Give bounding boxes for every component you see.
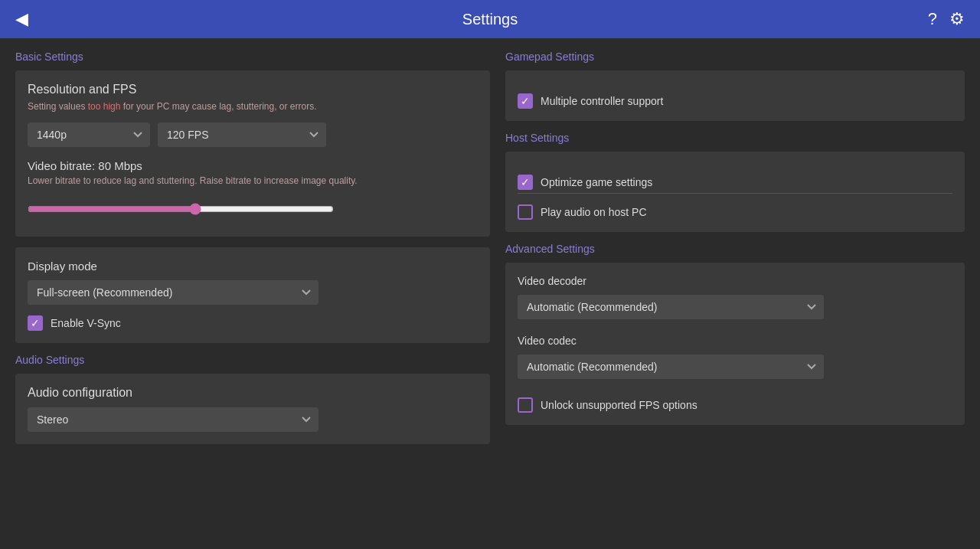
video-decoder-select[interactable]: Automatic (Recommended) Hardware Softwar… bbox=[518, 295, 824, 319]
audio-config-label: Audio configuration bbox=[28, 386, 478, 400]
bitrate-label: Video bitrate: 80 Mbps bbox=[28, 159, 478, 172]
multiple-controller-checkmark: ✓ bbox=[521, 96, 530, 106]
play-audio-label: Play audio on host PC bbox=[541, 206, 647, 218]
video-codec-label: Video codec bbox=[518, 335, 952, 347]
basic-settings-label: Basic Settings bbox=[15, 51, 490, 63]
back-icon: ◀ bbox=[15, 9, 28, 29]
multiple-controller-checkbox[interactable]: ✓ bbox=[518, 93, 533, 109]
left-column: Basic Settings Resolution and FPS Settin… bbox=[15, 51, 490, 537]
host-card: ✓ Optimize game settings Play audio on h… bbox=[505, 152, 965, 232]
optimize-game-row: ✓ Optimize game settings bbox=[518, 175, 952, 190]
multiple-controller-label: Multiple controller support bbox=[541, 95, 663, 107]
host-settings-label: Host Settings bbox=[505, 132, 965, 144]
gear-icon[interactable]: ⚙ bbox=[949, 9, 965, 29]
slider-container bbox=[28, 197, 478, 224]
header-title: Settings bbox=[462, 11, 518, 28]
video-decoder-label: Video decoder bbox=[518, 275, 952, 287]
advanced-card: Video decoder Automatic (Recommended) Ha… bbox=[505, 263, 965, 425]
multiple-controller-row: ✓ Multiple controller support bbox=[518, 93, 952, 109]
host-card-divider bbox=[518, 193, 952, 194]
vsync-checkmark: ✓ bbox=[31, 318, 40, 328]
vsync-checkbox[interactable]: ✓ bbox=[28, 315, 43, 331]
header-icons: ? ⚙ bbox=[928, 9, 965, 29]
optimize-game-checkbox[interactable]: ✓ bbox=[518, 175, 533, 190]
display-mode-card: Display mode Full-screen (Recommended) W… bbox=[15, 247, 490, 343]
display-mode-select[interactable]: Full-screen (Recommended) Windowed Borde… bbox=[28, 280, 318, 305]
resolution-select[interactable]: 1440p 1080p 720p 480p bbox=[28, 123, 150, 147]
play-audio-checkbox[interactable] bbox=[518, 204, 533, 220]
main-content: Basic Settings Resolution and FPS Settin… bbox=[0, 38, 980, 549]
unlock-fps-checkbox[interactable] bbox=[518, 397, 533, 413]
unlock-fps-row: Unlock unsupported FPS options bbox=[518, 397, 952, 413]
right-column: Gamepad Settings ✓ Multiple controller s… bbox=[505, 51, 965, 537]
gamepad-settings-label: Gamepad Settings bbox=[505, 51, 965, 63]
unlock-fps-label: Unlock unsupported FPS options bbox=[541, 399, 697, 411]
selects-row: 1440p 1080p 720p 480p 120 FPS 60 FPS 30 … bbox=[28, 123, 478, 147]
advanced-settings-label: Advanced Settings bbox=[505, 243, 965, 255]
help-icon[interactable]: ? bbox=[928, 9, 937, 29]
display-mode-label: Display mode bbox=[28, 260, 478, 273]
subtitle-highlight: too high bbox=[88, 101, 121, 112]
audio-settings-label: Audio Settings bbox=[15, 354, 490, 366]
video-codec-select[interactable]: Automatic (Recommended) H.264 H.265 AV1 bbox=[518, 355, 824, 379]
optimize-game-label: Optimize game settings bbox=[541, 176, 652, 188]
play-audio-row: Play audio on host PC bbox=[518, 204, 952, 220]
resolution-fps-subtitle: Setting values too high for your PC may … bbox=[28, 101, 478, 112]
vsync-row: ✓ Enable V-Sync bbox=[28, 315, 478, 331]
bitrate-sublabel: Lower bitrate to reduce lag and stutteri… bbox=[28, 175, 478, 186]
optimize-game-checkmark: ✓ bbox=[521, 177, 530, 188]
header: ◀ Settings ? ⚙ bbox=[0, 0, 980, 38]
resolution-fps-card: Resolution and FPS Setting values too hi… bbox=[15, 70, 490, 237]
resolution-fps-title: Resolution and FPS bbox=[28, 83, 478, 96]
audio-select-wrapper: Stereo 5.1 Surround 7.1 Surround bbox=[28, 407, 478, 432]
audio-config-select[interactable]: Stereo 5.1 Surround 7.1 Surround bbox=[28, 407, 318, 432]
audio-card: Audio configuration Stereo 5.1 Surround … bbox=[15, 374, 490, 444]
fps-select[interactable]: 120 FPS 60 FPS 30 FPS bbox=[158, 123, 326, 147]
bitrate-slider[interactable] bbox=[28, 203, 334, 215]
vsync-label: Enable V-Sync bbox=[51, 317, 121, 329]
back-button[interactable]: ◀ bbox=[15, 9, 28, 29]
gamepad-card: ✓ Multiple controller support bbox=[505, 70, 965, 121]
